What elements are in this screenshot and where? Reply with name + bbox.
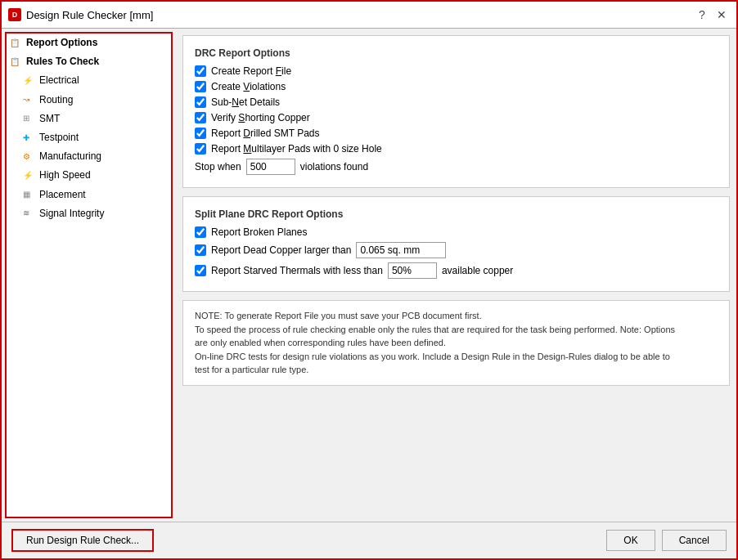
sidebar: 📋 Report Options 📋 Rules To Check ⚡ Elec… <box>5 32 173 518</box>
subnet-details-label[interactable]: Sub-Net Details <box>211 96 280 108</box>
electrical-label: Electrical <box>39 73 79 88</box>
available-copper-label: available copper <box>442 265 513 276</box>
drc-options-box: DRC Report Options Create Report File Cr… <box>182 35 730 188</box>
report-multilayer-label[interactable]: Report Multilayer Pads with 0 size Hole <box>211 143 382 155</box>
app-icon: D <box>8 8 21 21</box>
bottom-right-buttons: OK Cancel <box>606 530 727 551</box>
highspeed-icon: ⚡ <box>23 169 36 182</box>
main-window: D Design Rule Checker [mm] ? ✕ 📋 Report … <box>0 0 738 560</box>
close-button[interactable]: ✕ <box>713 7 730 23</box>
title-bar: D Design Rule Checker [mm] ? ✕ <box>2 2 736 29</box>
note-line2: To speed the process of rule checking en… <box>195 323 718 337</box>
testpoint-icon: ✚ <box>23 132 36 145</box>
subnet-details-checkbox[interactable] <box>195 96 206 108</box>
report-multilayer-row: Report Multilayer Pads with 0 size Hole <box>195 143 718 155</box>
verify-shorting-checkbox[interactable] <box>195 112 206 123</box>
report-drilled-label[interactable]: Report Drilled SMT Pads <box>211 128 320 139</box>
report-dead-input[interactable] <box>356 242 446 258</box>
electrical-icon: ⚡ <box>23 74 36 87</box>
ok-button[interactable]: OK <box>606 530 655 551</box>
note-line5: test for a particular rule type. <box>195 363 718 377</box>
content-area: 📋 Report Options 📋 Rules To Check ⚡ Elec… <box>2 29 736 522</box>
rules-to-check-label: Rules To Check <box>26 54 99 69</box>
routing-label: Routing <box>39 92 73 108</box>
smt-icon: ⊞ <box>23 112 36 125</box>
create-report-checkbox[interactable] <box>195 65 206 77</box>
routing-icon: ↝ <box>23 93 36 106</box>
create-report-row: Create Report File <box>195 65 718 77</box>
report-broken-label[interactable]: Report Broken Planes <box>211 226 307 238</box>
sidebar-item-signal-integrity[interactable]: ≋ Signal Integrity <box>7 204 171 223</box>
sidebar-item-report-options[interactable]: 📋 Report Options <box>7 34 171 52</box>
stop-when-label: Stop when <box>195 161 241 172</box>
manufacturing-label: Manufacturing <box>39 149 101 164</box>
note-box: NOTE: To generate Report File you must s… <box>182 300 730 386</box>
window-title: Design Rule Checker [mm] <box>26 9 153 21</box>
report-starved-label[interactable]: Report Starved Thermals with less than <box>211 265 383 276</box>
violations-found-label: violations found <box>300 161 368 172</box>
smt-label: SMT <box>39 111 60 127</box>
report-broken-row: Report Broken Planes <box>195 226 718 238</box>
report-starved-row: Report Starved Thermals with less than a… <box>195 262 718 279</box>
highspeed-label: High Speed <box>39 168 91 183</box>
manufacturing-icon: ⚙ <box>23 150 36 164</box>
report-options-icon: 📋 <box>10 37 23 50</box>
create-violations-label[interactable]: Create Violations <box>211 81 286 92</box>
title-bar-left: D Design Rule Checker [mm] <box>8 8 153 21</box>
report-broken-checkbox[interactable] <box>195 226 206 238</box>
verify-shorting-label[interactable]: Verify Shorting Copper <box>211 112 310 123</box>
split-plane-title: Split Plane DRC Report Options <box>195 208 718 220</box>
create-report-label[interactable]: Create Report File <box>211 65 291 77</box>
sidebar-item-placement[interactable]: ▦ Placement <box>7 186 171 204</box>
note-line1: NOTE: To generate Report File you must s… <box>195 309 718 323</box>
report-dead-checkbox[interactable] <box>195 244 206 256</box>
rules-to-check-icon: 📋 <box>10 56 23 69</box>
testpoint-label: Testpoint <box>39 130 79 146</box>
bottom-bar: Run Design Rule Check... OK Cancel <box>2 522 736 558</box>
verify-shorting-row: Verify Shorting Copper <box>195 112 718 123</box>
split-plane-box: Split Plane DRC Report Options Report Br… <box>182 196 730 292</box>
create-violations-checkbox[interactable] <box>195 81 206 92</box>
subnet-details-row: Sub-Net Details <box>195 96 718 108</box>
note-line4: On-line DRC tests for design rule violat… <box>195 350 718 364</box>
help-button[interactable]: ? <box>694 7 710 23</box>
sidebar-item-manufacturing[interactable]: ⚙ Manufacturing <box>7 147 171 166</box>
run-design-rule-check-button[interactable]: Run Design Rule Check... <box>11 529 154 552</box>
note-line3: are only enabled when corresponding rule… <box>195 336 718 350</box>
report-multilayer-checkbox[interactable] <box>195 143 206 155</box>
report-starved-checkbox[interactable] <box>195 265 206 276</box>
drc-section-title: DRC Report Options <box>195 47 718 59</box>
sidebar-item-smt[interactable]: ⊞ SMT <box>7 110 171 128</box>
sidebar-item-routing[interactable]: ↝ Routing <box>7 91 171 110</box>
report-drilled-row: Report Drilled SMT Pads <box>195 128 718 139</box>
placement-label: Placement <box>39 187 86 203</box>
sidebar-item-rules-to-check[interactable]: 📋 Rules To Check <box>7 52 171 71</box>
report-starved-input[interactable] <box>388 262 437 279</box>
report-dead-row: Report Dead Copper larger than <box>195 242 718 258</box>
sidebar-item-testpoint[interactable]: ✚ Testpoint <box>7 128 171 147</box>
title-buttons: ? ✕ <box>694 7 730 23</box>
main-panel: DRC Report Options Create Report File Cr… <box>176 29 736 522</box>
cancel-button[interactable]: Cancel <box>662 530 727 551</box>
signal-integrity-icon: ≋ <box>23 207 36 220</box>
sidebar-item-electrical[interactable]: ⚡ Electrical <box>7 71 171 90</box>
placement-icon: ▦ <box>23 188 36 201</box>
create-violations-row: Create Violations <box>195 81 718 92</box>
stop-when-row: Stop when violations found <box>195 159 718 175</box>
report-drilled-checkbox[interactable] <box>195 128 206 139</box>
signal-integrity-label: Signal Integrity <box>39 206 104 222</box>
report-options-label: Report Options <box>26 35 97 51</box>
sidebar-item-high-speed[interactable]: ⚡ High Speed <box>7 166 171 185</box>
stop-when-input[interactable] <box>246 159 295 175</box>
report-dead-label[interactable]: Report Dead Copper larger than <box>211 244 351 256</box>
